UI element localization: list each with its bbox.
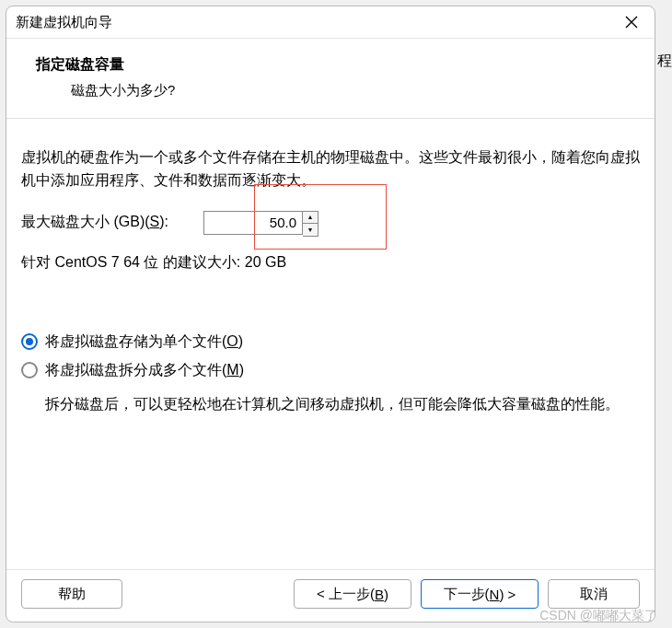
radio-split-files[interactable] [21,362,38,378]
disk-size-spinner: ▲ ▼ [203,211,319,237]
wizard-footer: 帮助 < 上一步(B) 下一步(N) > 取消 [6,569,655,622]
spinner-down-button[interactable]: ▼ [303,224,318,236]
titlebar: 新建虚拟机向导 [6,6,655,39]
disk-size-input[interactable] [203,211,303,235]
close-icon [624,15,639,29]
radio-row-single-file[interactable]: 将虚拟磁盘存储为单个文件(O) [21,328,640,356]
help-button[interactable]: 帮助 [21,579,122,609]
cancel-button[interactable]: 取消 [548,579,640,609]
spinner-buttons: ▲ ▼ [303,211,319,237]
next-button[interactable]: 下一步(N) > [421,579,539,609]
radio-split-files-label: 将虚拟磁盘拆分成多个文件(M) [45,361,244,380]
page-subtitle: 磁盘大小为多少? [36,82,640,99]
page-title: 指定磁盘容量 [36,55,640,75]
disk-size-row: 最大磁盘大小 (GB)(S): ▲ ▼ [21,209,640,237]
recommendation-text: 针对 CentOS 7 64 位 的建议大小: 20 GB [21,253,640,273]
radio-row-split-files[interactable]: 将虚拟磁盘拆分成多个文件(M) [21,356,640,385]
cropped-text-fragment: 程 [657,52,672,71]
spinner-up-button[interactable]: ▲ [303,212,318,224]
radio-single-file-label: 将虚拟磁盘存储为单个文件(O) [45,332,243,352]
wizard-header: 指定磁盘容量 磁盘大小为多少? [6,39,655,119]
disk-store-radio-group: 将虚拟磁盘存储为单个文件(O) 将虚拟磁盘拆分成多个文件(M) 拆分磁盘后，可以… [21,328,640,416]
disk-size-label: 最大磁盘大小 (GB)(S): [21,213,168,232]
description-text: 虚拟机的硬盘作为一个或多个文件存储在主机的物理磁盘中。这些文件最初很小，随着您向… [21,146,640,192]
dialog-title: 新建虚拟机向导 [16,14,112,31]
close-button[interactable] [620,10,643,34]
wizard-content: 虚拟机的硬盘作为一个或多个文件存储在主机的物理磁盘中。这些文件最初很小，随着您向… [6,119,655,569]
back-button[interactable]: < 上一步(B) [294,579,411,609]
radio-single-file[interactable] [21,333,38,350]
wizard-dialog: 新建虚拟机向导 指定磁盘容量 磁盘大小为多少? 虚拟机的硬盘作为一个或多个文件存… [6,6,655,622]
split-description: 拆分磁盘后，可以更轻松地在计算机之间移动虚拟机，但可能会降低大容量磁盘的性能。 [45,392,640,416]
